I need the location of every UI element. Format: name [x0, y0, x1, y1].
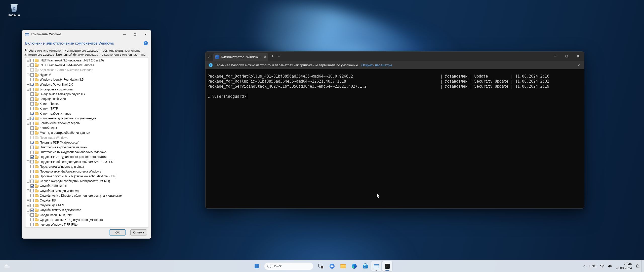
expand-icon[interactable]	[27, 199, 29, 202]
expand-icon[interactable]	[27, 160, 29, 163]
terminal-tab[interactable]: Администратор: Windows Po ×	[213, 53, 268, 61]
volume-button[interactable]	[606, 261, 614, 271]
task-view-button[interactable]	[316, 261, 326, 271]
feature-item[interactable]: Компоненты для работы с мультимедиа	[25, 116, 148, 121]
feature-item[interactable]: Клиент рабочих папок	[25, 111, 148, 116]
feature-checkbox[interactable]	[30, 68, 34, 72]
feature-checkbox[interactable]	[30, 204, 34, 207]
feature-item[interactable]: .NET Framework 4.8 Advanced Services	[25, 63, 148, 67]
store-button[interactable]	[360, 261, 370, 271]
expand-icon[interactable]	[27, 117, 29, 120]
feature-item[interactable]: Платформа низкоуровневой оболочки Window…	[25, 150, 148, 155]
start-button[interactable]	[252, 261, 262, 271]
feature-item[interactable]: Простые службы TCPIP (такие как echo, da…	[25, 174, 148, 179]
feature-item[interactable]: .NET Framework 3.5 (включает .NET 2.0 и …	[25, 58, 148, 63]
tray-overflow-button[interactable]	[582, 261, 588, 271]
feature-checkbox[interactable]	[30, 146, 34, 149]
feature-checkbox[interactable]	[30, 223, 34, 226]
feature-item[interactable]: Служба активации Windows	[25, 188, 148, 193]
feature-checkbox[interactable]	[30, 160, 34, 163]
feature-checkbox[interactable]	[30, 59, 34, 62]
expand-icon[interactable]	[27, 59, 29, 62]
expand-icon[interactable]	[27, 122, 29, 125]
expand-icon[interactable]	[27, 204, 29, 207]
features-tree[interactable]: .NET Framework 3.5 (включает .NET 2.0 и …	[25, 57, 148, 227]
feature-checkbox[interactable]	[30, 117, 34, 120]
feature-checkbox[interactable]	[30, 73, 34, 77]
feature-item[interactable]: Соединитель MultiPoint	[25, 213, 148, 217]
terminal-minimize-button[interactable]	[549, 52, 561, 61]
feature-checkbox[interactable]	[30, 122, 34, 125]
feature-checkbox[interactable]	[30, 102, 34, 106]
feature-item[interactable]: Служба SMB Direct	[25, 184, 148, 188]
show-desktop-button[interactable]	[641, 260, 643, 272]
feature-checkbox[interactable]	[30, 83, 34, 86]
feature-checkbox[interactable]	[30, 175, 34, 178]
expand-icon[interactable]	[27, 74, 29, 76]
feature-item[interactable]: Клиент Telnet	[25, 101, 148, 106]
feature-item[interactable]: Платформа виртуальной машины	[25, 145, 148, 150]
feature-checkbox[interactable]	[30, 213, 34, 217]
feature-checkbox[interactable]	[30, 126, 34, 130]
dialog-maximize-button[interactable]	[130, 30, 140, 39]
open-settings-link[interactable]: Открыть параметры	[361, 63, 392, 67]
edge-button[interactable]	[349, 261, 359, 271]
expand-icon[interactable]	[27, 88, 29, 91]
expand-icon[interactable]	[27, 180, 29, 183]
help-icon[interactable]: ?	[144, 41, 148, 45]
feature-checkbox[interactable]	[30, 180, 34, 183]
feature-item[interactable]: Службы Active Directory облегченного дос…	[25, 193, 148, 198]
feature-checkbox[interactable]	[30, 194, 34, 197]
feature-checkbox[interactable]	[30, 131, 34, 134]
feature-item[interactable]: Контейнеры	[25, 126, 148, 130]
feature-item[interactable]: Windows PowerShell 2.0	[25, 82, 148, 87]
feature-item[interactable]: Службы печати и документов	[25, 208, 148, 213]
chat-button[interactable]	[327, 261, 337, 271]
file-explorer-button[interactable]	[338, 261, 348, 271]
expand-icon[interactable]	[27, 83, 29, 86]
ok-button[interactable]: ОК	[109, 229, 126, 235]
feature-item[interactable]: Application Guard в Microsoft Defender	[25, 67, 148, 72]
feature-checkbox[interactable]	[30, 112, 34, 115]
feature-item[interactable]: Службы IIS	[25, 198, 148, 203]
feature-item[interactable]: Проецируемая файловая система Windows	[25, 169, 148, 174]
expand-icon[interactable]	[27, 189, 29, 192]
feature-checkbox[interactable]	[30, 97, 34, 101]
terminal-close-button[interactable]: ×	[572, 52, 584, 61]
clock[interactable]: 20:46 20.08.2024	[614, 262, 634, 270]
notifications-button[interactable]	[634, 261, 641, 271]
feature-checkbox[interactable]	[30, 92, 34, 96]
tab-close-icon[interactable]: ×	[264, 55, 266, 59]
feature-item[interactable]: Компоненты прежних версий	[25, 121, 148, 125]
command-prompt[interactable]: C:\Users\adguard>	[208, 94, 582, 99]
feature-checkbox[interactable]	[30, 165, 34, 168]
feature-item[interactable]: Поддержка общего доступа к файлам SMB 1.…	[25, 159, 148, 164]
expand-icon[interactable]	[27, 214, 29, 216]
dialog-minimize-button[interactable]	[119, 30, 130, 39]
language-indicator[interactable]: ENG	[588, 261, 598, 271]
feature-checkbox[interactable]	[30, 218, 34, 221]
feature-checkbox[interactable]	[30, 141, 34, 144]
feature-item[interactable]: Мост для центра обработки данных	[25, 130, 148, 135]
windows-features-taskbar-button[interactable]	[371, 261, 381, 271]
feature-item[interactable]: Hyper-V	[25, 73, 148, 77]
feature-checkbox[interactable]	[30, 184, 34, 188]
feature-checkbox[interactable]	[30, 199, 34, 202]
dialog-titlebar[interactable]: Компоненты Windows ×	[22, 30, 151, 39]
feature-item[interactable]: Внедряемое веб-ядро служб IIS	[25, 92, 148, 96]
terminal-maximize-button[interactable]	[561, 52, 572, 61]
expand-icon[interactable]	[27, 209, 29, 212]
feature-checkbox[interactable]	[30, 209, 34, 212]
feature-checkbox[interactable]	[30, 63, 34, 67]
banner-close-icon[interactable]: ×	[578, 63, 580, 67]
feature-checkbox[interactable]	[30, 78, 34, 81]
feature-checkbox[interactable]	[30, 107, 34, 110]
feature-item[interactable]: Защищенный узел	[25, 97, 148, 101]
feature-item[interactable]: Фильтр Windows TIFF IFilter	[25, 222, 148, 227]
dialog-close-button[interactable]: ×	[140, 30, 151, 39]
terminal-taskbar-button[interactable]	[382, 261, 392, 271]
tab-dropdown-icon[interactable]	[277, 55, 280, 57]
search-box[interactable]: Поиск	[264, 262, 313, 270]
feature-item[interactable]: Песочница Windows	[25, 135, 148, 140]
network-button[interactable]	[598, 261, 606, 271]
